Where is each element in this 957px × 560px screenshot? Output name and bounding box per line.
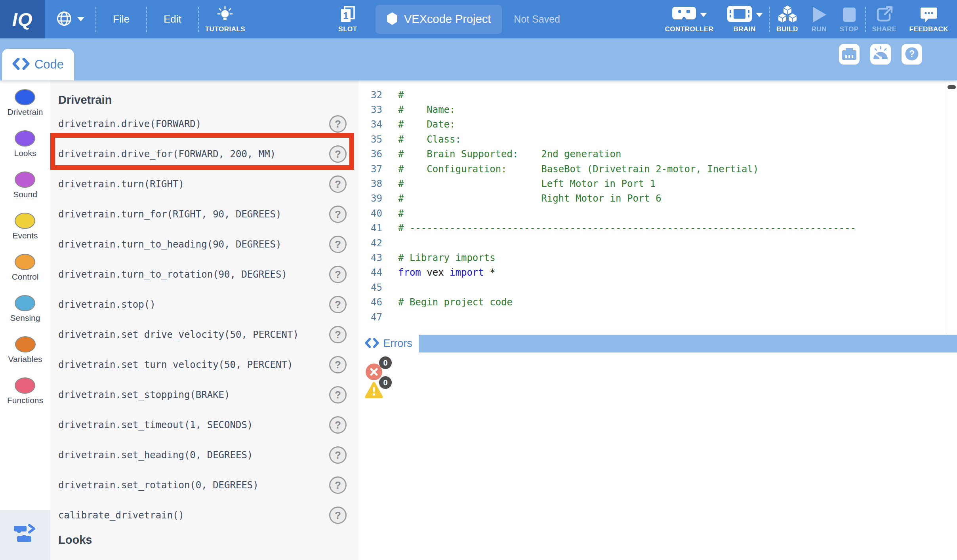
editor-scrollbar-thumb[interactable]: [947, 85, 956, 89]
build-label: BUILD: [776, 25, 798, 33]
share-button[interactable]: SHARE: [866, 5, 903, 33]
command-help-button[interactable]: ?: [329, 476, 347, 494]
command-text: drivetrain.turn_for(RIGHT, 90, DEGREES): [58, 209, 282, 220]
command-help-button[interactable]: ?: [329, 266, 347, 283]
command-help-button[interactable]: ?: [329, 416, 347, 434]
line-content: # Begin project code: [398, 297, 513, 308]
sidebar-item-sound[interactable]: Sound: [13, 171, 37, 213]
sidebar-item-drivetrain[interactable]: Drivetrain: [8, 89, 43, 130]
build-button[interactable]: BUILD: [770, 5, 805, 33]
controller-button[interactable]: CONTROLLER: [659, 5, 720, 33]
command-help-button[interactable]: ?: [329, 236, 347, 253]
blocks-icon: [13, 524, 38, 547]
line-number: 43: [358, 252, 382, 263]
command-help-button[interactable]: ?: [329, 115, 347, 133]
category-list: Drivetrain Looks Sound Events Control Se…: [0, 80, 50, 419]
slot-button[interactable]: 1 SLOT: [332, 5, 364, 33]
command-help-button[interactable]: ?: [329, 175, 347, 193]
tab-errors[interactable]: Errors: [358, 335, 419, 352]
run-button[interactable]: RUN: [805, 5, 833, 33]
menu-right-group: CONTROLLER BRAIN: [659, 0, 955, 38]
sidebar-item-variables[interactable]: Variables: [8, 336, 42, 377]
tab-code[interactable]: Code: [2, 49, 74, 80]
sidebar-item-functions[interactable]: Functions: [7, 377, 43, 419]
feedback-button[interactable]: FEEDBACK: [903, 5, 955, 33]
edit-menu[interactable]: Edit: [147, 13, 198, 25]
category-label: Control: [12, 272, 39, 282]
code-line: 41 # -----------------------------------…: [358, 221, 957, 236]
code-line: 38 # Left Motor in Port 1: [358, 176, 957, 191]
chevron-down-icon: [756, 13, 763, 17]
palette-command-row[interactable]: drivetrain.turn_for(RIGHT, 90, DEGREES) …: [50, 199, 358, 229]
language-menu-button[interactable]: [45, 10, 95, 29]
question-mark-icon: ?: [903, 45, 921, 64]
sidebar-item-control[interactable]: Control: [12, 254, 39, 295]
globe-icon: [56, 10, 72, 29]
tutorials-button[interactable]: TUTORIALS: [199, 5, 252, 33]
file-menu[interactable]: File: [96, 13, 146, 25]
palette-command-row[interactable]: drivetrain.turn_to_rotation(90, DEGREES)…: [50, 259, 358, 290]
palette-command-row[interactable]: drivetrain.set_heading(0, DEGREES) ?: [50, 440, 358, 470]
palette-command-row[interactable]: drivetrain.set_drive_velocity(50, PERCEN…: [50, 320, 358, 350]
workspace-header-bar: Code: [0, 38, 957, 80]
palette-command-row[interactable]: drivetrain.drive(FORWARD) ?: [50, 109, 358, 139]
command-help-button[interactable]: ?: [329, 356, 347, 373]
palette-command-row[interactable]: drivetrain.stop() ?: [50, 290, 358, 320]
stop-square-icon: [842, 5, 856, 24]
category-label: Sound: [13, 190, 37, 199]
command-help-button[interactable]: ?: [329, 446, 347, 464]
device-info-button[interactable]: [839, 44, 860, 65]
palette-command-row[interactable]: drivetrain.set_turn_velocity(50, PERCENT…: [50, 350, 358, 380]
dashboard-button[interactable]: [870, 44, 891, 65]
blocks-text-toggle-button[interactable]: [0, 510, 50, 560]
stop-button[interactable]: STOP: [833, 5, 865, 33]
vex-iq-logo: IQ: [0, 0, 45, 38]
errors-panel: Errors 0 0: [358, 335, 957, 560]
command-help-button[interactable]: ?: [329, 386, 347, 404]
lightbulb-icon: [216, 5, 234, 24]
sidebar-item-sensing[interactable]: Sensing: [10, 295, 40, 336]
palette-command-row[interactable]: drivetrain.set_rotation(0, DEGREES) ?: [50, 470, 358, 500]
code-line: 42: [358, 236, 957, 250]
command-palette: Drivetrain drivetrain.drive(FORWARD) ? d…: [50, 80, 358, 560]
slot-icon: 1: [338, 5, 357, 24]
save-status: Not Saved: [514, 13, 560, 25]
help-button[interactable]: ?: [902, 44, 922, 65]
category-sidebar: Drivetrain Looks Sound Events Control Se…: [0, 80, 50, 560]
line-content: from vex import *: [398, 267, 496, 278]
command-text: calibrate_drivetrain(): [58, 510, 184, 521]
project-name-button[interactable]: VEXcode Project: [376, 5, 502, 34]
command-help-button[interactable]: ?: [329, 326, 347, 343]
command-help-button[interactable]: ?: [329, 206, 347, 223]
palette-command-row[interactable]: drivetrain.drive_for(FORWARD, 200, MM) ?: [50, 139, 358, 169]
palette-command-row[interactable]: drivetrain.set_stopping(BRAKE) ?: [50, 380, 358, 410]
palette-command-row[interactable]: drivetrain.turn_to_heading(90, DEGREES) …: [50, 229, 358, 259]
line-number: 33: [358, 104, 382, 115]
line-number: 37: [358, 164, 382, 175]
palette-command-row[interactable]: drivetrain.set_timeout(1, SECONDS) ?: [50, 410, 358, 440]
sidebar-item-looks[interactable]: Looks: [14, 130, 36, 171]
line-content: # Left Motor in Port 1: [398, 178, 656, 189]
brain-button[interactable]: BRAIN: [720, 5, 769, 33]
code-line: 33 # Name:: [358, 102, 957, 117]
line-content: # Configuration: BaseBot (Drivetrain 2-m…: [398, 164, 759, 175]
command-help-button[interactable]: ?: [329, 145, 347, 163]
category-color-dot: [15, 254, 35, 270]
command-help-button[interactable]: ?: [329, 507, 347, 524]
sidebar-item-events[interactable]: Events: [12, 213, 38, 254]
palette-command-row[interactable]: calibrate_drivetrain() ?: [50, 500, 358, 530]
category-color-dot: [15, 295, 35, 311]
line-number: 45: [358, 282, 382, 293]
category-label: Sensing: [10, 313, 40, 323]
error-count-badge: 0: [379, 356, 392, 369]
command-help-button[interactable]: ?: [329, 296, 347, 313]
palette-command-row[interactable]: drivetrain.turn(RIGHT) ?: [50, 169, 358, 199]
edit-menu-label: Edit: [164, 13, 181, 25]
share-icon: [875, 5, 894, 24]
category-color-dot: [15, 336, 36, 352]
editor-scrollbar-track[interactable]: [946, 80, 946, 335]
code-line: 46 # Begin project code: [358, 295, 957, 309]
code-tab-label: Code: [34, 57, 64, 72]
slot-number: 1: [343, 10, 348, 21]
code-editor[interactable]: 32 # 33 # Name: 34 # Date: 35 # Class: 3…: [358, 80, 957, 335]
